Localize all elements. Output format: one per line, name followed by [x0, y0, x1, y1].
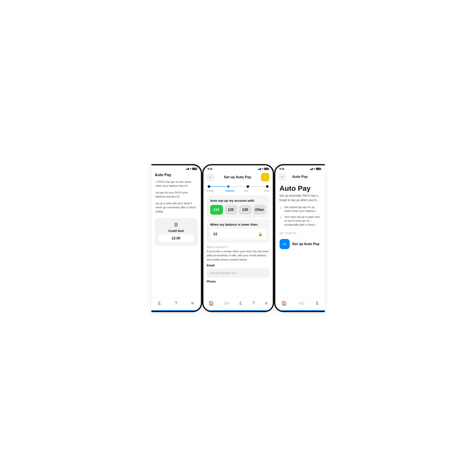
- credit-card: 🗑 Credit limit £2.00: [155, 218, 198, 246]
- left-phone: ▾ Auto Pay c PAYG top-ups so you never w…: [152, 164, 202, 312]
- nav-header-left: Auto Pay: [152, 171, 201, 179]
- nav-header-center: ← Set up Auto Pay ⚡: [204, 171, 273, 183]
- nav-activity[interactable]: ⬡⬡: [224, 302, 229, 305]
- left-desc1: c PAYG top-ups so you never when your ba…: [152, 180, 201, 190]
- left-desc3: op-up is paid with your bank ll never go…: [152, 201, 201, 216]
- back-arrow-center: ←: [209, 175, 212, 179]
- lock-icon: 🔒: [258, 232, 263, 237]
- step-dot-4: [266, 185, 269, 188]
- check-item-1: ✓ Set repeat top-ups for yo... meter whe…: [280, 205, 321, 213]
- lightning-icon: ⚡: [262, 175, 268, 180]
- nav-icon-menu[interactable]: ≡: [191, 301, 194, 306]
- balance-row: £2 🔒: [210, 229, 266, 239]
- status-bar-center: 9:41 ▾: [204, 165, 273, 171]
- amount-btn-other[interactable]: Other: [253, 205, 266, 215]
- nav-header-right: ← Auto Pay: [275, 171, 325, 182]
- credit-limit-label: Credit limit: [168, 229, 184, 233]
- wifi-icon-center: ▾: [262, 168, 263, 170]
- status-bar-right: 9:41 ▾: [275, 165, 325, 171]
- bottom-nav-center: 🏠 ⬡⬡ £ ? ≡: [204, 297, 273, 311]
- status-bar-left: ▾: [152, 165, 201, 171]
- credit-limit-value: £2.00: [158, 234, 194, 242]
- signal-icon: [186, 168, 189, 170]
- amount-grid: £10 £20 £30 Other: [210, 205, 266, 215]
- nav-menu[interactable]: ≡: [265, 301, 268, 306]
- email-placeholder: sam@example.com: [210, 271, 237, 275]
- get-started-divider: [280, 236, 321, 237]
- amount-btn-10[interactable]: £10: [210, 205, 223, 215]
- right-phone: 9:41 ▾ ← Auto Pay: [274, 164, 325, 312]
- autopay-title: Auto Pay: [275, 182, 325, 193]
- nav-home[interactable]: 🏠: [208, 301, 214, 306]
- battery-icon-right: [316, 168, 321, 170]
- step-label-amount: Amount: [222, 189, 238, 192]
- amount-btn-20[interactable]: £20: [224, 205, 237, 215]
- autopay-desc: Set up automatic PAYG top-u... forget to…: [275, 193, 325, 205]
- receipt-section: NEED A RECEIPT? If you'd like a receipt …: [204, 244, 273, 294]
- nav-icon-currency[interactable]: £: [158, 301, 161, 306]
- step-label-energy: Energy: [206, 189, 222, 192]
- center-scroll-area[interactable]: Auto top-up my account with: £10 £20 £30…: [204, 194, 273, 311]
- left-desc2: op-ups for your PAYG your balance reache…: [152, 190, 201, 201]
- battery-icon: [192, 168, 197, 170]
- nav-activity-right[interactable]: ⬡⬡: [299, 302, 304, 305]
- email-label: Email: [207, 264, 269, 267]
- phone-label: Phone: [207, 280, 269, 283]
- email-input[interactable]: sam@example.com: [207, 268, 269, 278]
- receipt-desc: If you'd like a receipt when your Auto P…: [207, 249, 269, 262]
- signal-icon-right: [310, 168, 313, 170]
- wifi-icon-right: ▾: [314, 168, 315, 170]
- nav-title-right: Auto Pay: [292, 175, 308, 179]
- get-started-label: GET STARTED: [275, 232, 325, 236]
- nav-currency-right[interactable]: £: [316, 301, 319, 306]
- checkmark-2: ✓: [280, 215, 282, 220]
- nav-currency[interactable]: £: [239, 301, 242, 306]
- nav-home-right[interactable]: 🏠: [281, 301, 287, 306]
- action-btn-center[interactable]: ⚡: [261, 173, 269, 181]
- step-dot-3: [247, 185, 249, 188]
- status-time-center: 9:41: [208, 168, 213, 170]
- nav-help[interactable]: ?: [252, 301, 255, 306]
- back-button-right[interactable]: ←: [279, 173, 286, 181]
- back-arrow-right: ←: [281, 175, 284, 179]
- nav-icon-help[interactable]: ?: [175, 301, 177, 306]
- wifi-icon: ▾: [190, 168, 191, 170]
- step-dot-1: [208, 185, 210, 188]
- status-time-right: 9:41: [280, 168, 285, 170]
- step-label-done: Done: [254, 189, 270, 192]
- trash-icon: 🗑: [174, 221, 179, 228]
- check-list: ✓ Set repeat top-ups for yo... meter whe…: [275, 205, 325, 232]
- step-label-pay: Pay: [238, 189, 254, 192]
- check-text-2: Your auto top-up is paid card, so you'll…: [284, 215, 321, 227]
- bottom-nav-left: £ ? ≡: [152, 297, 201, 311]
- battery-icon-center: [264, 168, 269, 170]
- balance-value: £2: [214, 232, 217, 236]
- left-scroll-area: c PAYG top-ups so you never when your ba…: [152, 179, 201, 302]
- check-text-1: Set repeat top-ups for yo... meter when …: [284, 205, 321, 213]
- setup-autopay-button[interactable]: ∞ Set up Auto Pay: [275, 239, 325, 249]
- infinity-icon: ∞: [280, 239, 290, 249]
- bottom-nav-right: 🏠 ⬡⬡ £: [275, 297, 325, 311]
- check-item-2: ✓ Your auto top-up is paid card, so you'…: [280, 215, 321, 227]
- step-dot-2: [227, 185, 230, 188]
- balance-card-title: When my balance is lower than:: [210, 223, 266, 226]
- topup-card: Auto top-up my account with: £10 £20 £30…: [207, 195, 269, 218]
- step-line-2: [230, 186, 247, 187]
- checkmark-1: ✓: [280, 205, 282, 210]
- back-button-center[interactable]: ←: [207, 173, 214, 181]
- balance-card: When my balance is lower than: £2 🔒: [207, 219, 269, 243]
- setup-btn-label: Set up Auto Pay: [292, 242, 320, 246]
- stepper-labels: Energy Amount Pay Done: [204, 189, 273, 194]
- stepper: [204, 183, 273, 189]
- right-scroll-area[interactable]: Auto Pay Set up automatic PAYG top-u... …: [275, 182, 325, 305]
- amount-btn-30[interactable]: £30: [239, 205, 252, 215]
- center-phone: 9:41 ▾ ← Set up Auto Pay ⚡: [202, 164, 274, 312]
- page-title-left: Auto Pay: [155, 173, 171, 177]
- step-line-3: [249, 186, 266, 187]
- topup-card-title: Auto top-up my account with:: [210, 199, 266, 202]
- nav-title-center: Set up Auto Pay: [224, 175, 252, 179]
- step-line-1: [210, 186, 227, 187]
- signal-icon-center: [258, 168, 261, 170]
- receipt-section-label: NEED A RECEIPT?: [207, 246, 269, 248]
